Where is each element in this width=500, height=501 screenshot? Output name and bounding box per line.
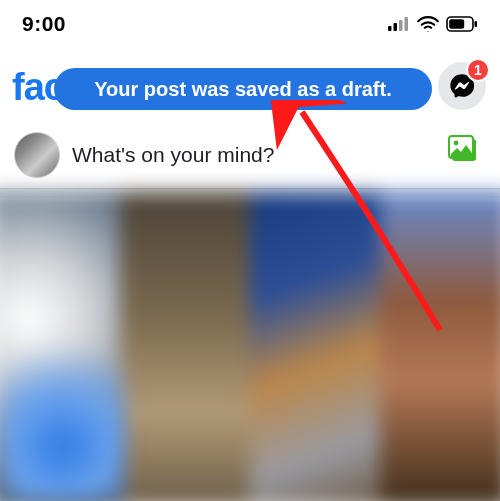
draft-saved-toast[interactable]: Your post was saved as a draft. (54, 68, 432, 110)
svg-rect-5 (449, 19, 464, 29)
battery-icon (446, 16, 478, 32)
photo-button[interactable] (446, 134, 482, 166)
avatar[interactable] (14, 132, 60, 178)
svg-rect-0 (388, 26, 392, 31)
svg-point-9 (454, 141, 459, 146)
composer-row[interactable]: What's on your mind? (0, 126, 500, 184)
story-card[interactable] (120, 192, 250, 501)
status-bar: 9:00 (0, 0, 500, 48)
svg-rect-6 (475, 21, 478, 27)
status-time: 9:00 (22, 12, 66, 36)
messenger-button[interactable]: 1 (438, 62, 486, 110)
status-icons (388, 16, 478, 32)
wifi-icon (417, 16, 439, 32)
svg-rect-1 (394, 23, 398, 31)
story-accent (0, 198, 125, 501)
svg-rect-2 (399, 20, 403, 31)
messenger-badge: 1 (466, 58, 490, 82)
story-card[interactable] (380, 192, 500, 501)
toast-message: Your post was saved as a draft. (94, 78, 392, 101)
story-card[interactable] (250, 192, 380, 501)
photo-icon (448, 135, 480, 165)
composer-placeholder[interactable]: What's on your mind? (72, 143, 274, 167)
cellular-icon (388, 17, 410, 31)
svg-rect-3 (405, 17, 409, 31)
